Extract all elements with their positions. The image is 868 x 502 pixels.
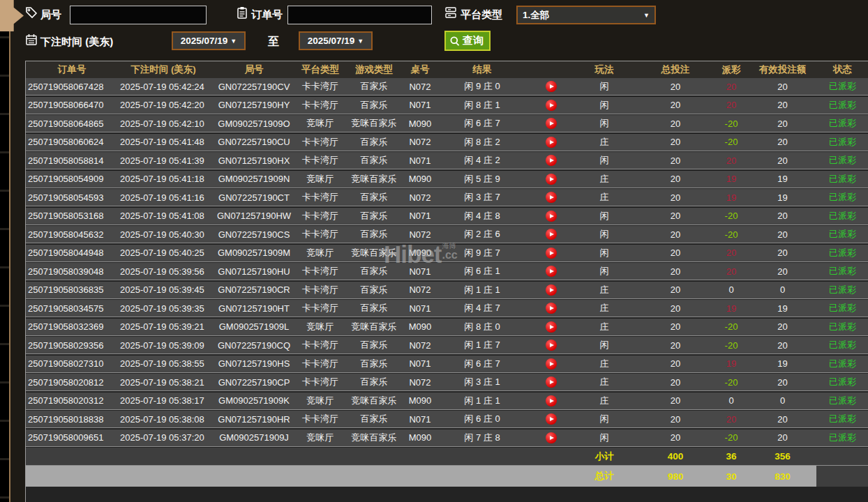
table-row: 2507190580456322025-07-19 05:40:30GN0722… [26,226,868,243]
cell-game-id: GN071257190HU [209,266,299,277]
replay-button[interactable] [546,358,557,370]
cell-order-id: 250719058054909 [26,174,118,184]
replay-button[interactable] [546,174,557,185]
cell-game-id: GN071257190HS [209,358,299,369]
cell-payout: 19 [714,303,749,314]
cell-status: 已派彩 [816,284,868,296]
cell-game-type: 竞咪百家乐 [341,321,407,333]
date-range-to-label: 至 [268,32,279,51]
cell-play: 闲 [571,99,637,112]
cell-payout: -20 [714,340,749,351]
cell-game-id: GN072257190CR [209,284,299,295]
summary-spacer [299,466,341,487]
cell-play: 闲 [571,247,637,259]
cell-play: 闲 [571,339,637,351]
cell-valid-bet: 20 [749,119,816,129]
cell-table-no: N072 [407,229,433,240]
cell-game-id: GN071257190HR [209,414,299,425]
cell-table-no: N071 [407,414,433,425]
table-header-row: 订单号下注时间 (美东)局号平台类型游戏类型桌号结果玩法总投注派彩有效投注额状态 [26,61,868,78]
cell-game-id: GN072257190CP [209,377,299,388]
cell-game-type: 百家乐 [341,358,407,370]
replay-button[interactable] [546,81,557,92]
table-row: 2507190580188382025-07-19 05:38:08GN0712… [26,411,868,428]
table-row: 2507190580588142025-07-19 05:41:39GN0712… [26,152,868,169]
platform-type-value: 1.全部 [523,9,549,22]
date-to-select[interactable]: 2025/07/19 ▼ [299,31,373,50]
cell-bet-time: 2025-07-19 05:41:39 [118,155,209,166]
table-row: 2507190580549092025-07-19 05:41:18GM0902… [26,171,868,188]
cell-result: 闲 6 庄 7 [433,117,531,130]
cell-payout: -20 [714,432,749,443]
summary-valid-bet: 356 [749,451,816,462]
replay-button[interactable] [546,321,557,333]
game-no-input[interactable] [70,6,207,24]
chevron-down-icon: ▼ [230,38,237,45]
cell-game-id: GN071257190HY [209,100,299,110]
order-no-input[interactable] [287,6,432,24]
cell-play: 庄 [571,376,637,388]
cell-order-id: 250719058034575 [26,303,118,314]
replay-button[interactable] [546,303,557,314]
cell-table-no: M090 [407,119,433,129]
platform-type-select[interactable]: 1.全部 ▼ [516,6,656,24]
replay-button[interactable] [546,155,557,166]
cell-replay [531,192,571,203]
cell-status: 已派彩 [816,339,868,351]
replay-button[interactable] [546,137,557,148]
cell-order-id: 250719058066470 [26,100,118,110]
cell-platform: 竞咪厅 [299,117,341,130]
header-bet-time: 下注时间 (美东) [118,63,209,76]
cell-status: 已派彩 [816,136,868,149]
date-from-select[interactable]: 2025/07/19 ▼ [172,31,246,50]
cell-game-type: 百家乐 [341,413,407,425]
cell-game-id: GN072257190CT [209,192,299,203]
cell-play: 庄 [571,173,637,185]
cell-game-id: GN071257190HX [209,155,299,166]
replay-button[interactable] [546,100,557,111]
cell-valid-bet: 20 [749,248,816,258]
cell-platform: 竞咪厅 [299,432,341,444]
cell-play: 闲 [571,413,637,425]
replay-button[interactable] [546,266,557,277]
cell-game-id: GN071257190HT [209,303,299,314]
header-status: 状态 [816,63,868,76]
replay-button[interactable] [546,192,557,203]
cell-payout: 20 [714,248,749,258]
replay-button[interactable] [546,211,557,222]
cell-play: 闲 [571,154,637,167]
cell-replay [531,432,571,443]
replay-button[interactable] [546,376,557,388]
replay-button[interactable] [546,284,557,296]
replay-button[interactable] [546,395,557,406]
cell-order-id: 250719058053168 [26,211,118,221]
replay-button[interactable] [546,248,557,259]
replay-button[interactable] [546,413,557,425]
replay-button[interactable] [546,340,557,351]
order-no-label: 订单号 [251,5,283,24]
cell-status: 已派彩 [816,413,868,425]
cell-status: 已派彩 [816,228,868,241]
cell-order-id: 250719058020312 [26,395,118,406]
cell-payout: 20 [714,82,749,92]
cell-total-bet: 20 [637,229,714,240]
cell-play: 庄 [571,321,637,333]
cell-status: 已派彩 [816,99,868,112]
replay-button[interactable] [546,432,557,443]
cell-game-type: 竞咪百家乐 [341,117,407,130]
cell-replay [531,340,571,351]
cell-platform: 卡卡湾厅 [299,413,341,425]
cell-game-id: GN072257190CV [209,82,299,92]
summary-spacer [531,466,571,487]
cell-bet-time: 2025-07-19 05:39:21 [118,321,209,332]
replay-button[interactable] [546,229,557,240]
cell-bet-time: 2025-07-19 05:42:10 [118,119,209,129]
table-row: 2507190580531682025-07-19 05:41:08GN0712… [26,208,868,225]
cell-platform: 卡卡湾厅 [299,358,341,370]
replay-button[interactable] [546,118,557,129]
query-button[interactable]: 查询 [444,31,491,51]
table-row: 2507190580606242025-07-19 05:41:48GN0722… [26,134,868,151]
cell-result: 闲 3 庄 7 [433,191,531,204]
cell-status: 已派彩 [816,302,868,314]
cell-result: 闲 4 庄 2 [433,154,531,167]
